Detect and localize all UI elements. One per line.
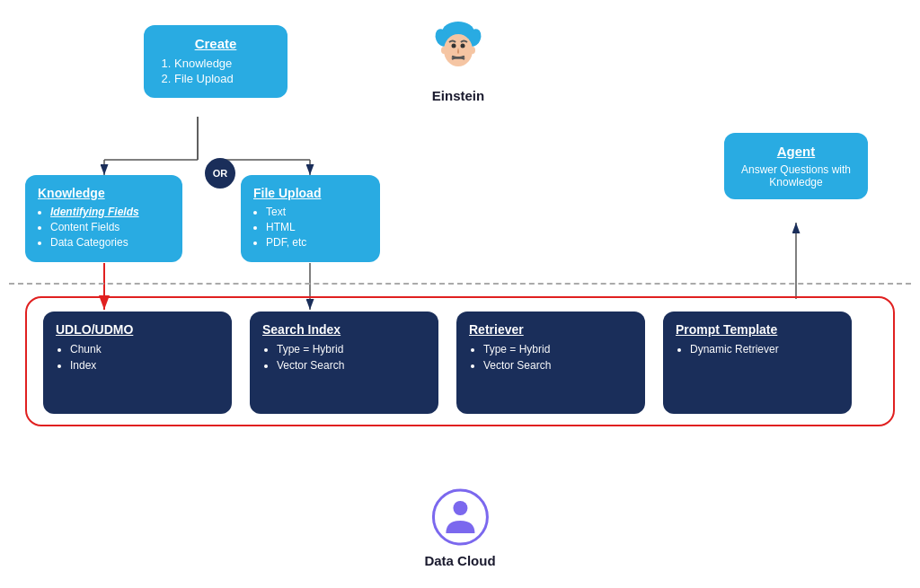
einstein-area: Einstein (413, 20, 503, 103)
retriever-box-title: Retriever (469, 322, 632, 337)
create-box-list: Knowledge File Upload (158, 57, 273, 85)
udlo-item-1: Chunk (70, 343, 219, 355)
knowledge-item-2: Content Fields (50, 221, 170, 233)
svg-point-29 (433, 490, 487, 544)
udlo-box: UDLO/UDMO Chunk Index (43, 312, 232, 414)
knowledge-item-3: Data Categories (50, 236, 170, 249)
create-item-2: File Upload (174, 72, 273, 85)
knowledge-item-1: Identifying Fields (50, 206, 170, 218)
create-box-title: Create (158, 36, 273, 51)
agent-box-subtitle: Answer Questions with Knowledge (737, 163, 855, 189)
einstein-label: Einstein (413, 88, 503, 103)
svg-point-30 (453, 501, 467, 515)
agent-box-title: Agent (737, 144, 855, 159)
agent-box: Agent Answer Questions with Knowledge (724, 133, 868, 199)
datacloud-label: Data Cloud (424, 553, 495, 568)
svg-point-24 (441, 47, 447, 54)
retriever-box-list: Type = Hybrid Vector Search (469, 343, 632, 372)
udlo-box-list: Chunk Index (56, 343, 219, 372)
dashed-divider (9, 283, 911, 285)
retriever-box: Retriever Type = Hybrid Vector Search (456, 312, 645, 414)
search-item-2: Vector Search (277, 359, 426, 372)
create-box: Create Knowledge File Upload (144, 25, 288, 98)
knowledge-box-title: Knowledge (38, 186, 170, 200)
search-item-1: Type = Hybrid (277, 343, 426, 355)
or-badge: OR (205, 158, 235, 189)
fileupload-box: File Upload Text HTML PDF, etc (241, 175, 380, 262)
diagram-container: Create Knowledge File Upload (0, 0, 920, 588)
svg-point-23 (461, 44, 465, 48)
fileupload-item-2: HTML (266, 221, 367, 233)
search-index-box-title: Search Index (262, 322, 426, 337)
udlo-item-2: Index (70, 359, 219, 372)
svg-point-22 (452, 44, 456, 48)
udlo-box-title: UDLO/UDMO (56, 322, 219, 337)
create-item-1: Knowledge (174, 57, 273, 70)
fileupload-box-list: Text HTML PDF, etc (253, 206, 367, 249)
retriever-item-1: Type = Hybrid (483, 343, 632, 355)
einstein-icon (413, 20, 503, 84)
bottom-row-container: UDLO/UDMO Chunk Index Search Index Type … (25, 296, 895, 426)
prompt-template-box: Prompt Template Dynamic Retriever (663, 312, 852, 414)
fileupload-item-1: Text (266, 206, 367, 218)
search-index-box-list: Type = Hybrid Vector Search (262, 343, 426, 372)
retriever-item-2: Vector Search (483, 359, 632, 372)
knowledge-box-list: Identifying Fields Content Fields Data C… (38, 206, 170, 249)
prompt-template-box-list: Dynamic Retriever (676, 343, 839, 355)
prompt-template-box-title: Prompt Template (676, 322, 839, 337)
fileupload-box-title: File Upload (253, 186, 367, 200)
search-index-box: Search Index Type = Hybrid Vector Search (250, 312, 438, 414)
svg-point-25 (470, 47, 475, 54)
prompt-item-1: Dynamic Retriever (690, 343, 839, 355)
knowledge-box: Knowledge Identifying Fields Content Fie… (25, 175, 182, 262)
fileupload-item-3: PDF, etc (266, 236, 367, 249)
datacloud-icon (431, 488, 489, 546)
datacloud-area: Data Cloud (424, 488, 495, 568)
